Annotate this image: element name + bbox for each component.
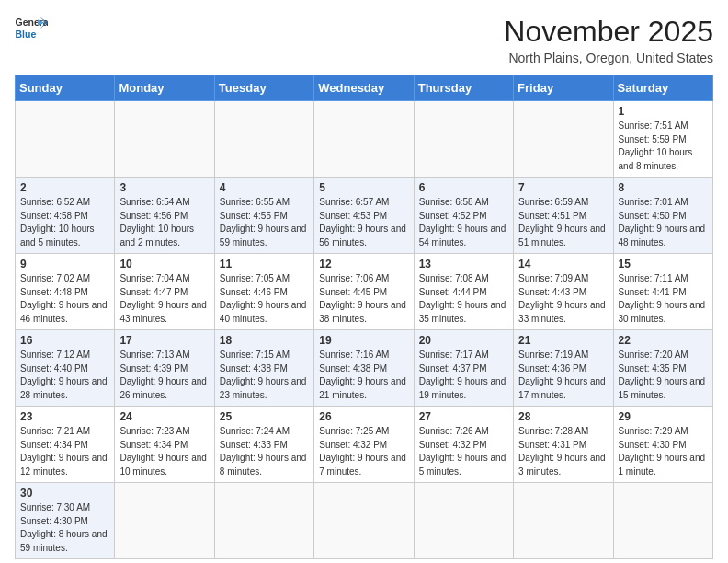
day-number: 25 xyxy=(220,410,309,423)
calendar-empty-cell xyxy=(115,101,214,178)
logo: General Blue xyxy=(15,15,48,40)
day-number: 1 xyxy=(619,105,708,118)
day-number: 2 xyxy=(20,181,109,194)
calendar-empty-cell xyxy=(314,483,414,559)
month-title: November 2025 xyxy=(504,15,713,49)
calendar-day-11: 11Sunrise: 7:05 AMSunset: 4:46 PMDayligh… xyxy=(214,254,313,330)
calendar-day-15: 15Sunrise: 7:11 AMSunset: 4:41 PMDayligh… xyxy=(613,254,712,330)
calendar-day-7: 7Sunrise: 6:59 AMSunset: 4:51 PMDaylight… xyxy=(514,178,613,254)
day-info: Sunrise: 6:52 AMSunset: 4:58 PMDaylight:… xyxy=(20,196,109,249)
calendar-day-8: 8Sunrise: 7:01 AMSunset: 4:50 PMDaylight… xyxy=(613,178,712,254)
calendar-day-24: 24Sunrise: 7:23 AMSunset: 4:34 PMDayligh… xyxy=(115,407,214,483)
calendar-day-6: 6Sunrise: 6:58 AMSunset: 4:52 PMDaylight… xyxy=(414,178,513,254)
day-number: 10 xyxy=(119,258,209,270)
weekday-header-thursday: Thursday xyxy=(414,75,513,101)
day-info: Sunrise: 7:19 AMSunset: 4:36 PMDaylight:… xyxy=(518,349,608,402)
day-info: Sunrise: 7:13 AMSunset: 4:39 PMDaylight:… xyxy=(119,349,209,402)
calendar-day-2: 2Sunrise: 6:52 AMSunset: 4:58 PMDaylight… xyxy=(16,178,115,254)
day-number: 29 xyxy=(619,410,708,423)
day-info: Sunrise: 7:02 AMSunset: 4:48 PMDaylight:… xyxy=(20,272,109,326)
calendar-day-30: 30Sunrise: 7:30 AMSunset: 4:30 PMDayligh… xyxy=(16,483,115,559)
title-area: November 2025 North Plains, Oregon, Unit… xyxy=(504,15,713,65)
calendar-empty-cell xyxy=(514,483,613,559)
day-number: 12 xyxy=(319,258,408,270)
calendar-empty-cell xyxy=(514,101,613,178)
calendar-day-4: 4Sunrise: 6:55 AMSunset: 4:55 PMDaylight… xyxy=(214,178,313,254)
day-info: Sunrise: 6:57 AMSunset: 4:53 PMDaylight:… xyxy=(319,196,408,249)
calendar-week-row: 30Sunrise: 7:30 AMSunset: 4:30 PMDayligh… xyxy=(16,483,713,559)
day-number: 27 xyxy=(419,410,508,423)
day-info: Sunrise: 7:24 AMSunset: 4:33 PMDaylight:… xyxy=(220,425,309,478)
day-number: 9 xyxy=(20,258,109,270)
calendar-week-row: 1Sunrise: 7:51 AMSunset: 5:59 PMDaylight… xyxy=(16,101,713,178)
calendar-week-row: 16Sunrise: 7:12 AMSunset: 4:40 PMDayligh… xyxy=(16,330,713,407)
calendar-empty-cell xyxy=(115,483,214,559)
day-number: 19 xyxy=(319,334,408,347)
calendar-day-10: 10Sunrise: 7:04 AMSunset: 4:47 PMDayligh… xyxy=(115,254,214,330)
day-info: Sunrise: 7:09 AMSunset: 4:43 PMDaylight:… xyxy=(518,272,608,326)
day-number: 23 xyxy=(20,410,109,423)
calendar-empty-cell xyxy=(414,101,513,178)
day-info: Sunrise: 7:30 AMSunset: 4:30 PMDaylight:… xyxy=(20,501,109,555)
day-info: Sunrise: 7:20 AMSunset: 4:35 PMDaylight:… xyxy=(619,349,708,402)
calendar-week-row: 2Sunrise: 6:52 AMSunset: 4:58 PMDaylight… xyxy=(16,178,713,254)
day-info: Sunrise: 6:58 AMSunset: 4:52 PMDaylight:… xyxy=(419,196,508,249)
calendar-day-1: 1Sunrise: 7:51 AMSunset: 5:59 PMDaylight… xyxy=(613,101,712,178)
day-info: Sunrise: 7:29 AMSunset: 4:30 PMDaylight:… xyxy=(619,425,708,478)
day-info: Sunrise: 7:11 AMSunset: 4:41 PMDaylight:… xyxy=(619,272,708,326)
day-number: 6 xyxy=(419,181,508,194)
calendar-table: SundayMondayTuesdayWednesdayThursdayFrid… xyxy=(15,75,713,559)
day-info: Sunrise: 7:15 AMSunset: 4:38 PMDaylight:… xyxy=(220,349,309,402)
calendar-day-21: 21Sunrise: 7:19 AMSunset: 4:36 PMDayligh… xyxy=(514,330,613,407)
weekday-header-monday: Monday xyxy=(115,75,214,101)
day-number: 16 xyxy=(20,334,109,347)
day-number: 26 xyxy=(319,410,408,423)
day-info: Sunrise: 7:06 AMSunset: 4:45 PMDaylight:… xyxy=(319,272,408,326)
day-info: Sunrise: 7:01 AMSunset: 4:50 PMDaylight:… xyxy=(619,196,708,249)
day-number: 3 xyxy=(119,181,209,194)
day-number: 11 xyxy=(220,258,309,270)
calendar-empty-cell xyxy=(314,101,414,178)
header: General Blue November 2025 North Plains,… xyxy=(15,15,713,65)
day-number: 21 xyxy=(518,334,608,347)
calendar-day-3: 3Sunrise: 6:54 AMSunset: 4:56 PMDaylight… xyxy=(115,178,214,254)
day-info: Sunrise: 7:04 AMSunset: 4:47 PMDaylight:… xyxy=(119,272,209,326)
calendar-week-row: 23Sunrise: 7:21 AMSunset: 4:34 PMDayligh… xyxy=(16,407,713,483)
calendar-empty-cell xyxy=(214,101,313,178)
calendar-day-16: 16Sunrise: 7:12 AMSunset: 4:40 PMDayligh… xyxy=(16,330,115,407)
day-info: Sunrise: 7:51 AMSunset: 5:59 PMDaylight:… xyxy=(619,120,708,173)
calendar-day-23: 23Sunrise: 7:21 AMSunset: 4:34 PMDayligh… xyxy=(16,407,115,483)
calendar-day-28: 28Sunrise: 7:28 AMSunset: 4:31 PMDayligh… xyxy=(514,407,613,483)
calendar-day-19: 19Sunrise: 7:16 AMSunset: 4:38 PMDayligh… xyxy=(314,330,414,407)
calendar-day-29: 29Sunrise: 7:29 AMSunset: 4:30 PMDayligh… xyxy=(613,407,712,483)
day-info: Sunrise: 7:08 AMSunset: 4:44 PMDaylight:… xyxy=(419,272,508,326)
calendar-day-18: 18Sunrise: 7:15 AMSunset: 4:38 PMDayligh… xyxy=(214,330,313,407)
day-info: Sunrise: 7:25 AMSunset: 4:32 PMDaylight:… xyxy=(319,425,408,478)
svg-text:Blue: Blue xyxy=(16,29,37,40)
day-number: 15 xyxy=(619,258,708,270)
calendar-day-27: 27Sunrise: 7:26 AMSunset: 4:32 PMDayligh… xyxy=(414,407,513,483)
calendar-day-13: 13Sunrise: 7:08 AMSunset: 4:44 PMDayligh… xyxy=(414,254,513,330)
day-number: 22 xyxy=(619,334,708,347)
day-info: Sunrise: 6:54 AMSunset: 4:56 PMDaylight:… xyxy=(119,196,209,249)
calendar-empty-cell xyxy=(613,483,712,559)
day-info: Sunrise: 7:23 AMSunset: 4:34 PMDaylight:… xyxy=(119,425,209,478)
weekday-header-saturday: Saturday xyxy=(613,75,712,101)
day-number: 8 xyxy=(619,181,708,194)
calendar-day-5: 5Sunrise: 6:57 AMSunset: 4:53 PMDaylight… xyxy=(314,178,414,254)
day-number: 18 xyxy=(220,334,309,347)
day-number: 7 xyxy=(518,181,608,194)
location-title: North Plains, Oregon, United States xyxy=(504,51,713,65)
calendar-empty-cell xyxy=(414,483,513,559)
calendar-day-25: 25Sunrise: 7:24 AMSunset: 4:33 PMDayligh… xyxy=(214,407,313,483)
weekday-header-tuesday: Tuesday xyxy=(214,75,313,101)
day-number: 14 xyxy=(518,258,608,270)
day-number: 5 xyxy=(319,181,408,194)
calendar-day-9: 9Sunrise: 7:02 AMSunset: 4:48 PMDaylight… xyxy=(16,254,115,330)
weekday-header-wednesday: Wednesday xyxy=(314,75,414,101)
weekday-header-sunday: Sunday xyxy=(16,75,115,101)
day-number: 4 xyxy=(220,181,309,194)
day-number: 24 xyxy=(119,410,209,423)
weekday-header-friday: Friday xyxy=(514,75,613,101)
day-info: Sunrise: 7:28 AMSunset: 4:31 PMDaylight:… xyxy=(518,425,608,478)
